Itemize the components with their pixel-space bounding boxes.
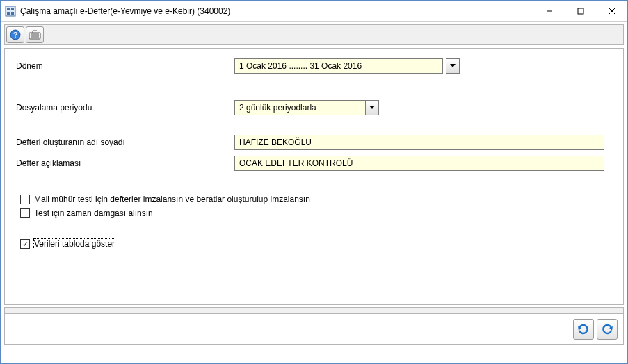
creator-input[interactable]: HAFİZE BEKOĞLU: [234, 135, 604, 150]
period-dropdown-button[interactable]: [446, 58, 460, 74]
help-button[interactable]: ?: [6, 26, 24, 43]
description-label: Defter açıklaması: [13, 158, 234, 168]
filing-period-value[interactable]: 2 günlük periyodlarla: [234, 100, 365, 115]
svg-rect-1: [7, 8, 10, 10]
minimize-button[interactable]: [533, 1, 565, 21]
period-label: Dönem: [13, 61, 234, 71]
footer-bar: [4, 314, 624, 345]
svg-marker-16: [369, 106, 375, 109]
app-window: Çalışma amaçlı e-Defter(e-Yevmiye ve e-K…: [0, 0, 628, 364]
filing-period-combo[interactable]: 2 günlük periyodlarla: [234, 100, 379, 115]
titlebar: Çalışma amaçlı e-Defter(e-Yevmiye ve e-K…: [1, 1, 627, 22]
show-table-checkbox-label: Verileri tabloda göster: [34, 239, 115, 249]
toolbar: ?: [4, 24, 624, 45]
period-combo[interactable]: 1 Ocak 2016 ........ 31 Ocak 2016: [234, 58, 460, 74]
maximize-button[interactable]: [565, 1, 596, 21]
timestamp-checkbox-row: Test için zaman damgası alınsın: [13, 208, 615, 218]
seal-test-checkbox-label: Mali mühür testi için defterler imzalans…: [34, 195, 310, 204]
filing-period-label: Dosyalama periyodu: [13, 103, 234, 113]
back-button[interactable]: [597, 319, 618, 340]
seal-test-checkbox[interactable]: [20, 195, 30, 204]
creator-label: Defteri oluşturanın adı soyadı: [13, 138, 234, 147]
window-title: Çalışma amaçlı e-Defter(e-Yevmiye ve e-K…: [20, 6, 533, 16]
svg-text:?: ?: [13, 31, 18, 39]
show-table-checkbox[interactable]: ✓: [20, 239, 30, 249]
filing-period-dropdown-button[interactable]: [365, 100, 379, 115]
keyboard-button[interactable]: [26, 26, 44, 43]
svg-marker-15: [450, 64, 456, 67]
app-icon: [5, 6, 16, 17]
svg-rect-3: [7, 12, 10, 15]
form-panel: Dönem 1 Ocak 2016 ........ 31 Ocak 2016 …: [4, 48, 624, 305]
description-input[interactable]: OCAK EDEFTER KONTROLÜ: [234, 156, 604, 171]
period-value[interactable]: 1 Ocak 2016 ........ 31 Ocak 2016: [234, 58, 443, 74]
separator-bar: [4, 307, 624, 314]
show-table-checkbox-row: ✓ Verileri tabloda göster: [13, 239, 615, 249]
seal-test-checkbox-row: Mali mühür testi için defterler imzalans…: [13, 195, 615, 204]
timestamp-checkbox[interactable]: [20, 208, 30, 218]
svg-rect-2: [11, 8, 14, 10]
svg-rect-6: [578, 8, 583, 14]
timestamp-checkbox-label: Test için zaman damgası alınsın: [34, 208, 153, 218]
status-bar: [4, 347, 624, 361]
close-button[interactable]: [596, 1, 627, 21]
svg-rect-4: [11, 12, 14, 15]
run-button[interactable]: [573, 319, 594, 340]
window-controls: [533, 1, 627, 21]
